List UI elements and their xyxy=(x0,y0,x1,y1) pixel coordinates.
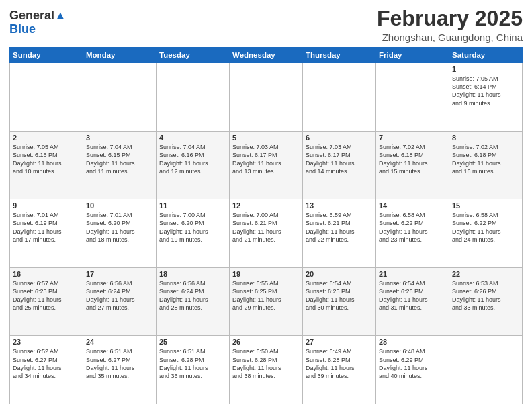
table-cell xyxy=(157,63,230,132)
table-cell: 8Sunrise: 7:02 AM Sunset: 6:18 PM Daylig… xyxy=(449,131,523,199)
table-cell: 27Sunrise: 6:49 AM Sunset: 6:28 PM Dayli… xyxy=(303,336,376,404)
table-cell: 23Sunrise: 6:52 AM Sunset: 6:27 PM Dayli… xyxy=(10,336,83,404)
table-cell: 18Sunrise: 6:56 AM Sunset: 6:24 PM Dayli… xyxy=(157,267,230,336)
day-number: 5 xyxy=(232,134,300,142)
table-cell: 9Sunrise: 7:01 AM Sunset: 6:19 PM Daylig… xyxy=(10,199,83,268)
header-monday: Monday xyxy=(83,48,157,63)
calendar-week-row: 9Sunrise: 7:01 AM Sunset: 6:19 PM Daylig… xyxy=(10,199,523,268)
table-cell: 15Sunrise: 6:58 AM Sunset: 6:22 PM Dayli… xyxy=(449,199,523,268)
day-number: 10 xyxy=(86,201,153,210)
day-info: Sunrise: 6:58 AM Sunset: 6:22 PM Dayligh… xyxy=(379,211,446,244)
day-number: 2 xyxy=(13,134,80,142)
table-cell: 10Sunrise: 7:01 AM Sunset: 6:20 PM Dayli… xyxy=(83,199,157,268)
table-cell: 2Sunrise: 7:05 AM Sunset: 6:15 PM Daylig… xyxy=(10,131,83,199)
calendar-week-row: 23Sunrise: 6:52 AM Sunset: 6:27 PM Dayli… xyxy=(10,336,523,404)
day-number: 22 xyxy=(452,270,519,278)
day-number: 19 xyxy=(232,270,300,278)
table-cell: 25Sunrise: 6:51 AM Sunset: 6:28 PM Dayli… xyxy=(157,336,230,404)
day-number: 24 xyxy=(86,338,153,346)
day-info: Sunrise: 7:00 AM Sunset: 6:21 PM Dayligh… xyxy=(232,211,300,244)
day-info: Sunrise: 7:05 AM Sunset: 6:15 PM Dayligh… xyxy=(13,143,80,176)
logo: General▲ Blue xyxy=(9,9,66,36)
day-info: Sunrise: 6:51 AM Sunset: 6:28 PM Dayligh… xyxy=(159,347,226,380)
table-cell: 21Sunrise: 6:54 AM Sunset: 6:26 PM Dayli… xyxy=(376,267,449,336)
day-number: 12 xyxy=(232,201,300,210)
table-cell xyxy=(376,63,449,132)
table-cell: 6Sunrise: 7:03 AM Sunset: 6:17 PM Daylig… xyxy=(303,131,376,199)
day-number: 26 xyxy=(232,338,300,346)
month-title: February 2025 xyxy=(377,7,523,30)
table-cell: 19Sunrise: 6:55 AM Sunset: 6:25 PM Dayli… xyxy=(230,267,303,336)
table-cell xyxy=(303,63,376,132)
weekday-header-row: Sunday Monday Tuesday Wednesday Thursday… xyxy=(10,48,523,63)
day-info: Sunrise: 6:56 AM Sunset: 6:24 PM Dayligh… xyxy=(86,279,153,312)
day-info: Sunrise: 6:58 AM Sunset: 6:22 PM Dayligh… xyxy=(452,211,519,244)
table-cell: 12Sunrise: 7:00 AM Sunset: 6:21 PM Dayli… xyxy=(230,199,303,268)
day-info: Sunrise: 7:05 AM Sunset: 6:14 PM Dayligh… xyxy=(452,75,519,107)
header-tuesday: Tuesday xyxy=(157,48,230,63)
table-cell: 24Sunrise: 6:51 AM Sunset: 6:27 PM Dayli… xyxy=(83,336,157,404)
table-cell: 3Sunrise: 7:04 AM Sunset: 6:15 PM Daylig… xyxy=(83,131,157,199)
day-info: Sunrise: 6:48 AM Sunset: 6:29 PM Dayligh… xyxy=(379,347,446,380)
day-info: Sunrise: 7:04 AM Sunset: 6:15 PM Dayligh… xyxy=(86,143,153,176)
day-info: Sunrise: 6:57 AM Sunset: 6:23 PM Dayligh… xyxy=(13,279,80,312)
day-number: 9 xyxy=(13,201,80,210)
day-number: 21 xyxy=(379,270,446,278)
table-cell: 22Sunrise: 6:53 AM Sunset: 6:26 PM Dayli… xyxy=(449,267,523,336)
table-cell: 14Sunrise: 6:58 AM Sunset: 6:22 PM Dayli… xyxy=(376,199,449,268)
day-info: Sunrise: 7:03 AM Sunset: 6:17 PM Dayligh… xyxy=(232,143,300,176)
day-number: 27 xyxy=(306,338,373,346)
header-thursday: Thursday xyxy=(303,48,376,63)
day-info: Sunrise: 6:54 AM Sunset: 6:25 PM Dayligh… xyxy=(306,279,373,312)
day-number: 23 xyxy=(13,338,80,346)
table-cell xyxy=(83,63,157,132)
day-number: 8 xyxy=(452,134,519,142)
logo-icon: ▲ xyxy=(54,9,66,22)
table-cell: 13Sunrise: 6:59 AM Sunset: 6:21 PM Dayli… xyxy=(303,199,376,268)
day-info: Sunrise: 7:02 AM Sunset: 6:18 PM Dayligh… xyxy=(379,143,446,176)
day-info: Sunrise: 6:59 AM Sunset: 6:21 PM Dayligh… xyxy=(306,211,373,244)
day-info: Sunrise: 7:00 AM Sunset: 6:20 PM Dayligh… xyxy=(159,211,226,244)
day-number: 28 xyxy=(379,338,446,346)
day-info: Sunrise: 7:01 AM Sunset: 6:19 PM Dayligh… xyxy=(13,211,80,244)
table-cell: 20Sunrise: 6:54 AM Sunset: 6:25 PM Dayli… xyxy=(303,267,376,336)
calendar-page: General▲ Blue February 2025 Zhongshan, G… xyxy=(0,0,532,411)
title-block: February 2025 Zhongshan, Guangdong, Chin… xyxy=(377,7,523,43)
header: General▲ Blue February 2025 Zhongshan, G… xyxy=(9,7,523,43)
day-number: 1 xyxy=(452,65,519,73)
table-cell: 1Sunrise: 7:05 AM Sunset: 6:14 PM Daylig… xyxy=(449,63,523,132)
day-number: 15 xyxy=(452,201,519,210)
table-cell xyxy=(10,63,83,132)
calendar-week-row: 16Sunrise: 6:57 AM Sunset: 6:23 PM Dayli… xyxy=(10,267,523,336)
day-number: 6 xyxy=(306,134,373,142)
day-info: Sunrise: 7:02 AM Sunset: 6:18 PM Dayligh… xyxy=(452,143,519,176)
table-cell xyxy=(230,63,303,132)
day-info: Sunrise: 6:56 AM Sunset: 6:24 PM Dayligh… xyxy=(159,279,226,312)
day-info: Sunrise: 7:04 AM Sunset: 6:16 PM Dayligh… xyxy=(159,143,226,176)
day-info: Sunrise: 6:51 AM Sunset: 6:27 PM Dayligh… xyxy=(86,347,153,380)
logo-general: General xyxy=(9,9,54,22)
day-number: 17 xyxy=(86,270,153,278)
location: Zhongshan, Guangdong, China xyxy=(377,32,523,43)
day-number: 11 xyxy=(159,201,226,210)
day-info: Sunrise: 6:50 AM Sunset: 6:28 PM Dayligh… xyxy=(232,347,300,380)
table-cell: 4Sunrise: 7:04 AM Sunset: 6:16 PM Daylig… xyxy=(157,131,230,199)
day-number: 13 xyxy=(306,201,373,210)
table-cell: 5Sunrise: 7:03 AM Sunset: 6:17 PM Daylig… xyxy=(230,131,303,199)
day-info: Sunrise: 7:01 AM Sunset: 6:20 PM Dayligh… xyxy=(86,211,153,244)
table-cell xyxy=(449,336,523,404)
day-number: 7 xyxy=(379,134,446,142)
day-number: 3 xyxy=(86,134,153,142)
day-info: Sunrise: 6:49 AM Sunset: 6:28 PM Dayligh… xyxy=(306,347,373,380)
table-cell: 11Sunrise: 7:00 AM Sunset: 6:20 PM Dayli… xyxy=(157,199,230,268)
day-number: 18 xyxy=(159,270,226,278)
table-cell: 26Sunrise: 6:50 AM Sunset: 6:28 PM Dayli… xyxy=(230,336,303,404)
day-number: 25 xyxy=(159,338,226,346)
table-cell: 17Sunrise: 6:56 AM Sunset: 6:24 PM Dayli… xyxy=(83,267,157,336)
calendar-week-row: 2Sunrise: 7:05 AM Sunset: 6:15 PM Daylig… xyxy=(10,131,523,199)
logo-blue: Blue xyxy=(9,22,36,36)
day-info: Sunrise: 7:03 AM Sunset: 6:17 PM Dayligh… xyxy=(306,143,373,176)
header-friday: Friday xyxy=(376,48,449,63)
header-sunday: Sunday xyxy=(10,48,83,63)
day-number: 20 xyxy=(306,270,373,278)
